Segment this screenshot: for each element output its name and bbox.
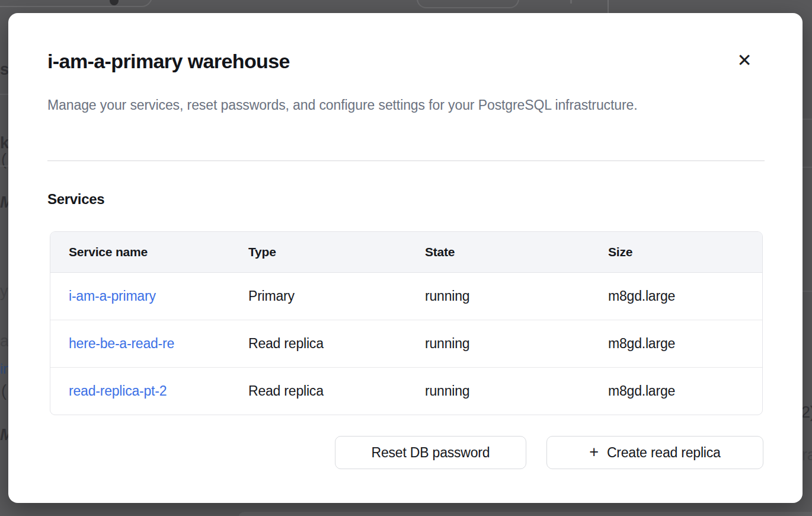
reset-db-password-button[interactable]: Reset DB password bbox=[335, 436, 526, 469]
service-link[interactable]: i-am-a-primary bbox=[69, 288, 156, 304]
service-link[interactable]: here-be-a-read-re bbox=[69, 336, 174, 351]
background-text-fragment: 2) bbox=[801, 403, 812, 422]
background-line bbox=[803, 167, 812, 168]
create-read-replica-label: Create read replica bbox=[607, 445, 721, 461]
background-tick-mark bbox=[570, 0, 572, 4]
background-line bbox=[0, 94, 8, 95]
table-row: here-be-a-read-re Read replica running m… bbox=[50, 320, 763, 367]
service-type: Primary bbox=[230, 272, 407, 320]
plus-icon: + bbox=[589, 444, 599, 460]
background-text-fragment: y bbox=[0, 282, 8, 301]
column-header-type: Type bbox=[230, 232, 407, 272]
background-line bbox=[0, 165, 8, 167]
background-card-edge bbox=[238, 512, 812, 516]
background-text-fragment: ra bbox=[802, 446, 812, 464]
services-table: Service name Type State Size i-am-a-prim… bbox=[50, 231, 763, 415]
service-type: Read replica bbox=[230, 320, 407, 367]
table-row: read-replica-pt-2 Read replica running m… bbox=[50, 367, 763, 415]
services-heading: Services bbox=[47, 191, 104, 208]
table-row: i-am-a-primary Primary running m8gd.larg… bbox=[50, 272, 763, 320]
service-link[interactable]: read-replica-pt-2 bbox=[69, 383, 167, 399]
service-type: Read replica bbox=[230, 367, 407, 415]
reset-db-password-label: Reset DB password bbox=[372, 445, 490, 461]
service-state: running bbox=[407, 320, 590, 367]
dialog-description: Manage your services, reset passwords, a… bbox=[47, 93, 670, 117]
column-header-size: Size bbox=[590, 232, 763, 272]
table-header-row: Service name Type State Size bbox=[50, 232, 763, 272]
service-size: m8gd.large bbox=[590, 272, 763, 320]
create-read-replica-button[interactable]: + Create read replica bbox=[546, 436, 763, 469]
dialog-title: i-am-a-primary warehouse bbox=[47, 49, 290, 74]
divider bbox=[47, 160, 765, 161]
service-size: m8gd.large bbox=[590, 367, 763, 415]
service-size: m8gd.large bbox=[590, 320, 763, 367]
column-header-state: State bbox=[407, 232, 590, 272]
service-state: running bbox=[407, 272, 590, 320]
background-pill-tab bbox=[417, 0, 519, 8]
background-line bbox=[803, 291, 812, 292]
warehouse-dialog: i-am-a-primary warehouse ✕ Manage your s… bbox=[8, 13, 803, 503]
background-line bbox=[803, 119, 812, 120]
background-text-fragment: ( bbox=[1, 382, 7, 400]
close-icon[interactable]: ✕ bbox=[733, 49, 756, 72]
column-header-service-name: Service name bbox=[50, 232, 230, 272]
service-state: running bbox=[407, 367, 590, 415]
background-pill-button bbox=[0, 0, 152, 7]
background-divider-line bbox=[608, 0, 609, 13]
